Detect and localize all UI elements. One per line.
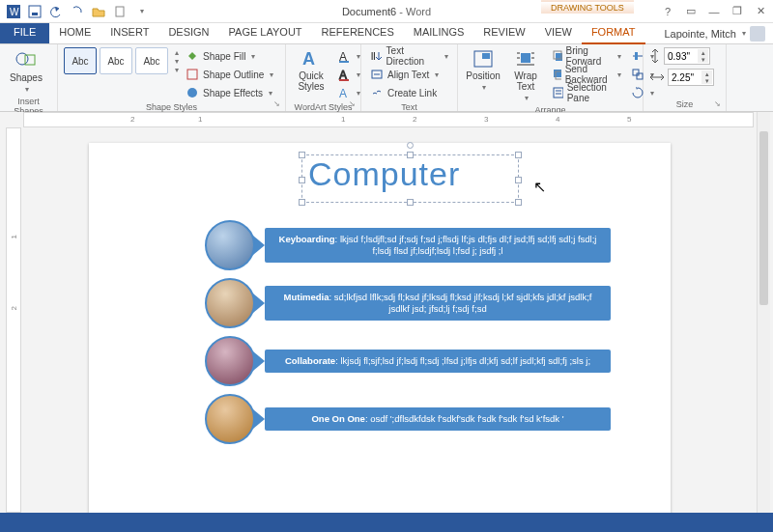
ruler-tick: 5 (627, 115, 631, 124)
wordart-dialog-launcher-icon[interactable]: ↘ (349, 99, 358, 109)
smartart-title: Mutimedia (284, 292, 329, 302)
tab-format[interactable]: FORMAT (582, 23, 645, 44)
bring-forward-button[interactable]: Bring Forward▾ (549, 47, 624, 65)
resize-handle-w[interactable] (299, 177, 305, 183)
selection-pane-button[interactable]: Selection Pane (549, 84, 624, 101)
vertical-scrollbar[interactable] (757, 112, 770, 513)
quick-styles-button[interactable]: A Quick Styles (292, 47, 330, 94)
qat-customize-icon[interactable]: ▾ (131, 3, 151, 20)
svg-rect-20 (521, 53, 530, 63)
style-preset-3[interactable]: Abc (135, 47, 168, 74)
help-icon[interactable]: ? (657, 3, 678, 20)
gallery-more-icon[interactable]: ▾ (175, 66, 179, 74)
shape-styles-dialog-launcher-icon[interactable]: ↘ (273, 99, 283, 109)
send-backward-button[interactable]: Send Backward▾ (549, 66, 624, 83)
position-button[interactable]: Position▾ (464, 47, 502, 94)
wordart-selected[interactable]: Computer (301, 154, 519, 203)
svg-rect-7 (187, 70, 197, 79)
shape-effects-button[interactable]: Shape Effects▾ (183, 84, 276, 101)
minimize-icon[interactable]: — (703, 3, 725, 20)
title-bar: W ▾ Document6 - Word DRAWING TOOLS ? ▭ —… (0, 0, 773, 23)
resize-handle-ne[interactable] (515, 152, 522, 158)
smartart-body[interactable]: Mutimedia: sd;lkfjsd lflk;sdj fl;ksd jf;… (265, 286, 611, 322)
status-bar[interactable] (0, 513, 773, 532)
rotation-handle-icon[interactable] (407, 142, 414, 149)
align-text-button[interactable]: Align Text▾ (367, 66, 451, 83)
shapes-gallery-button[interactable]: Shapes ▾ (6, 47, 46, 96)
svg-text:ll: ll (371, 51, 375, 62)
tab-mailings[interactable]: MAILINGS (404, 23, 474, 43)
group-shape-styles: Abc Abc Abc ▴ ▾ ▾ Shape Fill▾ Shape Outl… (58, 44, 286, 111)
gallery-row-up-icon[interactable]: ▴ (175, 48, 179, 57)
smartart-image-4[interactable] (205, 394, 255, 444)
contextual-tab-title: DRAWING TOOLS (541, 0, 634, 14)
vertical-ruler[interactable]: 1 2 (6, 127, 21, 513)
resize-handle-nw[interactable] (299, 152, 305, 158)
file-tab[interactable]: FILE (0, 23, 49, 43)
smartart-image-2[interactable] (205, 278, 255, 328)
smartart-list[interactable]: Keyboarding: lkjsd f;lsdjfl;sd jf;sdj f;… (205, 220, 611, 452)
ruler-tick: 2 (130, 115, 134, 124)
tab-page-layout[interactable]: PAGE LAYOUT (219, 23, 312, 43)
smartart-title: Collaborate (285, 355, 335, 366)
width-spin-down-icon[interactable]: ▾ (701, 77, 712, 84)
width-input[interactable]: 2.25"▴▾ (668, 69, 714, 86)
smartart-row[interactable]: One On One: osdf ';dflsdkfdsk f'sdkf'sdk… (205, 394, 611, 444)
smartart-body[interactable]: Collaborate: lkjsdj fl;sjf;lsd jf;lsdj f… (265, 350, 611, 373)
redo-icon[interactable] (68, 3, 87, 20)
resize-handle-n[interactable] (407, 152, 414, 158)
tab-insert[interactable]: INSERT (100, 23, 158, 43)
document-workspace: 2 1 1 2 3 4 5 1 2 Computer ↖ (0, 112, 773, 513)
smartart-row[interactable]: Keyboarding: lkjsd f;lsdjfl;sd jf;sdj f;… (205, 220, 611, 270)
wrap-text-button[interactable]: Wrap Text▾ (506, 47, 545, 104)
word-app-icon[interactable]: W (4, 3, 23, 20)
smartart-image-3[interactable] (205, 336, 255, 386)
resize-handle-e[interactable] (515, 177, 522, 183)
scrollbar-thumb[interactable] (759, 131, 768, 305)
text-fill-icon[interactable]: A▾ (334, 47, 363, 65)
shape-fill-button[interactable]: Shape Fill▾ (183, 47, 276, 65)
size-dialog-launcher-icon[interactable]: ↘ (714, 99, 724, 109)
create-link-label: Create Link (387, 88, 437, 98)
new-doc-icon[interactable] (110, 3, 129, 20)
smartart-body[interactable]: One On One: osdf ';dflsdkfdsk f'sdkf'sdk… (265, 407, 611, 431)
height-spin-down-icon[interactable]: ▾ (698, 56, 708, 63)
open-folder-icon[interactable] (89, 3, 108, 20)
smartart-row[interactable]: Collaborate: lkjsdj fl;sjf;lsd jf;lsdj f… (205, 336, 611, 386)
resize-handle-sw[interactable] (299, 199, 305, 206)
style-preset-1[interactable]: Abc (64, 47, 97, 74)
height-spin-up-icon[interactable]: ▴ (698, 49, 708, 56)
text-direction-button[interactable]: llText Direction▾ (367, 47, 451, 65)
tab-design[interactable]: DESIGN (158, 23, 218, 43)
page-viewport[interactable]: Computer ↖ Keyboarding: lkjsd f;lsdjfl;s… (27, 131, 752, 513)
horizontal-ruler[interactable]: 2 1 1 2 3 4 5 (23, 112, 754, 127)
undo-icon[interactable] (46, 3, 66, 20)
shape-style-gallery[interactable]: Abc Abc Abc ▴ ▾ ▾ (64, 47, 179, 74)
tab-review[interactable]: REVIEW (473, 23, 534, 43)
shape-outline-button[interactable]: Shape Outline▾ (183, 66, 276, 83)
create-link-button[interactable]: Create Link (367, 84, 451, 101)
smartart-body[interactable]: Keyboarding: lkjsd f;lsdjfl;sd jf;sdj f;… (265, 228, 611, 264)
width-spin-up-icon[interactable]: ▴ (701, 70, 712, 77)
shape-effects-label: Shape Effects (203, 88, 263, 98)
save-icon[interactable] (25, 3, 44, 20)
resize-handle-se[interactable] (515, 199, 522, 206)
tab-home[interactable]: HOME (49, 23, 100, 43)
ribbon-options-icon[interactable]: ▭ (680, 3, 701, 20)
shape-fill-label: Shape Fill (203, 51, 245, 62)
smartart-image-1[interactable] (205, 220, 255, 270)
resize-handle-s[interactable] (407, 199, 414, 206)
user-sign-in[interactable]: Lapointe, Mitch▾ (656, 23, 773, 43)
smartart-row[interactable]: Mutimedia: sd;lkfjsd lflk;sdj fl;ksd jf;… (205, 278, 611, 328)
close-icon[interactable]: ✕ (750, 3, 771, 20)
height-input[interactable]: 0.93"▴▾ (664, 47, 710, 65)
restore-icon[interactable]: ❐ (727, 3, 748, 20)
document-page[interactable]: Computer ↖ Keyboarding: lkjsd f;lsdjfl;s… (89, 143, 671, 513)
tab-view[interactable]: VIEW (535, 23, 582, 43)
style-preset-2[interactable]: Abc (100, 47, 132, 74)
tab-references[interactable]: REFERENCES (312, 23, 404, 43)
svg-rect-2 (29, 6, 41, 17)
text-outline-icon[interactable]: A▾ (334, 66, 363, 83)
gallery-row-down-icon[interactable]: ▾ (175, 57, 179, 66)
wordart-text[interactable]: Computer (302, 155, 518, 193)
